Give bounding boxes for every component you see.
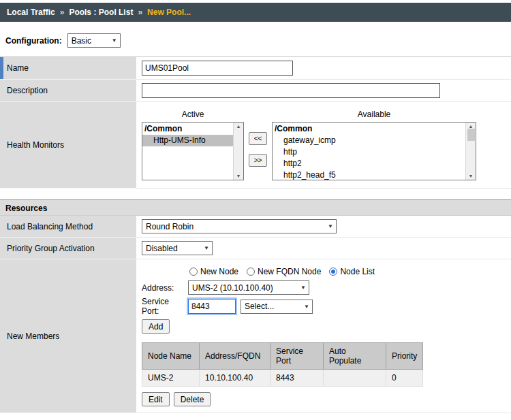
- form-row-name: Name: [0, 57, 511, 80]
- chevron-down-icon: ▼: [204, 245, 209, 251]
- column-header: Auto Populate: [324, 343, 386, 370]
- move-to-available-button[interactable]: >>: [249, 154, 267, 167]
- move-to-active-button[interactable]: <<: [249, 132, 267, 145]
- breadcrumb-separator-icon: »: [60, 7, 65, 17]
- select-value: Select...: [245, 302, 274, 311]
- load-balancing-label: Load Balancing Method: [0, 216, 136, 238]
- scrollbar[interactable]: ▲ ▼: [465, 123, 476, 180]
- form-row-health-monitors: Health Monitors Active /Common Http-UMS-…: [0, 102, 511, 189]
- new-members-label: New Members: [0, 259, 136, 413]
- list-item[interactable]: http: [273, 146, 465, 158]
- select-value: Basic: [72, 36, 91, 46]
- available-monitors-listbox[interactable]: /Common gateway_icmp http http2 http2_he…: [272, 122, 476, 180]
- members-table-header-row: Node Name Address/FQDN Service Port Auto…: [142, 343, 423, 370]
- load-balancing-select[interactable]: Round Robin ▼: [142, 219, 337, 233]
- breadcrumb-local-traffic[interactable]: Local Traffic: [7, 7, 55, 17]
- list-item[interactable]: Http-UMS-Info: [142, 135, 233, 146]
- form-row-priority-group: Priority Group Activation Disabled ▼: [0, 238, 511, 259]
- service-port-input[interactable]: [188, 299, 236, 314]
- pool-form: Name Description Health Monitors Active: [0, 56, 511, 189]
- description-input[interactable]: [142, 83, 440, 98]
- priority-group-label: Priority Group Activation: [0, 238, 136, 259]
- partition-group-label: /Common: [142, 123, 233, 135]
- available-column-header: Available: [272, 108, 476, 122]
- configuration-label: Configuration:: [5, 36, 62, 46]
- radio-checked-icon: [329, 268, 337, 276]
- delete-button[interactable]: Delete: [174, 392, 211, 406]
- partition-group-label: /Common: [273, 123, 465, 135]
- scrollbar[interactable]: ▲ ▼: [233, 123, 243, 180]
- list-item[interactable]: http2_head_f5: [273, 169, 465, 180]
- list-item[interactable]: http2: [273, 158, 465, 169]
- table-row[interactable]: UMS-2 10.10.100.40 8443 0: [142, 370, 423, 387]
- add-button[interactable]: Add: [142, 319, 170, 334]
- radio-label: Node List: [340, 267, 375, 276]
- chevron-down-icon: ▼: [328, 223, 333, 229]
- resources-form: Load Balancing Method Round Robin ▼ Prio…: [0, 216, 511, 413]
- resources-section-header: Resources: [0, 199, 511, 216]
- active-column-header: Active: [142, 108, 244, 122]
- priority-group-select[interactable]: Disabled ▼: [142, 241, 213, 255]
- chevron-down-icon: ▼: [304, 304, 309, 310]
- list-item[interactable]: gateway_icmp: [273, 135, 465, 146]
- form-row-description: Description: [0, 80, 511, 102]
- address-label: Address:: [142, 283, 188, 293]
- select-value: Round Robin: [146, 222, 193, 231]
- chevron-down-icon: ▼: [300, 285, 306, 291]
- form-row-new-members: New Members New Node New FQDN Node Node …: [0, 259, 511, 413]
- address-cell: 10.10.100.40: [200, 370, 270, 387]
- scroll-down-icon[interactable]: ▼: [236, 174, 241, 178]
- configuration-select[interactable]: Basic ▼: [67, 33, 121, 48]
- address-select[interactable]: UMS-2 (10.10.100.40) ▼: [188, 280, 309, 295]
- breadcrumb-pool-list[interactable]: Pools : Pool List: [69, 7, 133, 17]
- breadcrumb-separator-icon: »: [138, 7, 142, 17]
- column-header: Priority: [386, 343, 423, 370]
- radio-node-list[interactable]: Node List: [329, 267, 375, 276]
- name-input[interactable]: [142, 61, 293, 76]
- service-port-label: Service Port:: [142, 297, 188, 316]
- node-name-cell: UMS-2: [142, 370, 200, 387]
- form-row-load-balancing: Load Balancing Method Round Robin ▼: [0, 216, 511, 238]
- description-label: Description: [0, 80, 136, 102]
- chevron-down-icon: ▼: [112, 37, 117, 44]
- service-port-cell: 8443: [270, 370, 324, 387]
- radio-new-node[interactable]: New Node: [189, 267, 238, 276]
- edit-button[interactable]: Edit: [142, 392, 170, 406]
- priority-cell: 0: [386, 370, 423, 387]
- scroll-up-icon[interactable]: ▲: [236, 124, 241, 129]
- select-value: Disabled: [146, 244, 178, 253]
- active-monitors-listbox[interactable]: /Common Http-UMS-Info ▲ ▼: [142, 122, 244, 180]
- radio-icon: [189, 268, 198, 276]
- name-label: Name: [0, 57, 136, 80]
- service-port-select[interactable]: Select... ▼: [241, 300, 313, 314]
- auto-populate-cell: [324, 370, 386, 387]
- radio-label: New Node: [200, 267, 238, 276]
- scroll-up-icon[interactable]: ▲: [469, 124, 474, 129]
- breadcrumb-new-pool: New Pool...: [147, 7, 191, 17]
- configuration-row: Configuration: Basic ▼: [0, 22, 511, 56]
- column-header: Node Name: [142, 343, 200, 370]
- scroll-down-icon[interactable]: ▼: [469, 174, 474, 178]
- members-table: Node Name Address/FQDN Service Port Auto…: [142, 342, 423, 387]
- radio-label: New FQDN Node: [258, 267, 321, 276]
- breadcrumb: Local Traffic » Pools : Pool List » New …: [0, 3, 511, 22]
- scrollbar-thumb[interactable]: [467, 129, 475, 141]
- radio-icon: [247, 268, 255, 276]
- health-monitors-label: Health Monitors: [0, 102, 136, 189]
- column-header: Service Port: [270, 343, 324, 370]
- column-header: Address/FQDN: [200, 343, 270, 370]
- select-value: UMS-2 (10.10.100.40): [192, 283, 273, 293]
- radio-new-fqdn-node[interactable]: New FQDN Node: [247, 267, 321, 276]
